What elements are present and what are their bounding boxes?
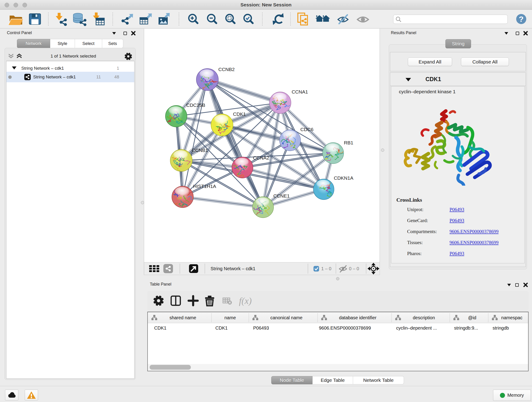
- svg-text:CCNE1: CCNE1: [273, 193, 290, 198]
- svg-text:1 – 0: 1 – 0: [321, 266, 331, 271]
- svg-text:RB1: RB1: [344, 140, 353, 145]
- svg-text:CCNA1: CCNA1: [292, 89, 308, 95]
- svg-text:CDC6: CDC6: [300, 127, 313, 132]
- svg-text:shared name: shared name: [170, 315, 196, 320]
- svg-text:@id: @id: [468, 315, 476, 320]
- svg-text:CDK1: CDK1: [233, 111, 246, 117]
- svg-text:description: description: [413, 315, 435, 320]
- svg-text:stringdb:9...: stringdb:9...: [454, 325, 478, 331]
- svg-text:stringdb: stringdb: [493, 325, 509, 331]
- svg-text:0 – 0: 0 – 0: [349, 266, 359, 271]
- svg-text:P06493: P06493: [253, 325, 269, 331]
- svg-text:?: ?: [519, 15, 524, 23]
- svg-text:database identifier: database identifier: [339, 315, 377, 320]
- svg-text:cyclin–dependent ...: cyclin–dependent ...: [396, 325, 437, 331]
- svg-text:CDC25B: CDC25B: [186, 102, 205, 108]
- svg-text:name: name: [224, 315, 236, 320]
- svg-text:CCNB1: CCNB1: [192, 148, 208, 153]
- svg-text:HIST1H1A: HIST1H1A: [193, 184, 216, 189]
- svg-text:namespac: namespac: [501, 315, 522, 320]
- svg-text:CCNB2: CCNB2: [218, 67, 234, 72]
- svg-text:canonical name: canonical name: [270, 315, 302, 320]
- svg-text:CDK1: CDK1: [215, 325, 228, 331]
- svg-text:9606.ENSP00000378699: 9606.ENSP00000378699: [319, 325, 371, 331]
- svg-text:String Network – cdk1: String Network – cdk1: [210, 266, 255, 271]
- svg-text:CCNA2: CCNA2: [253, 155, 269, 160]
- svg-text:f(x): f(x): [239, 296, 252, 306]
- svg-text:CDKN1A: CDKN1A: [334, 175, 353, 181]
- svg-text:CDK1: CDK1: [154, 325, 166, 331]
